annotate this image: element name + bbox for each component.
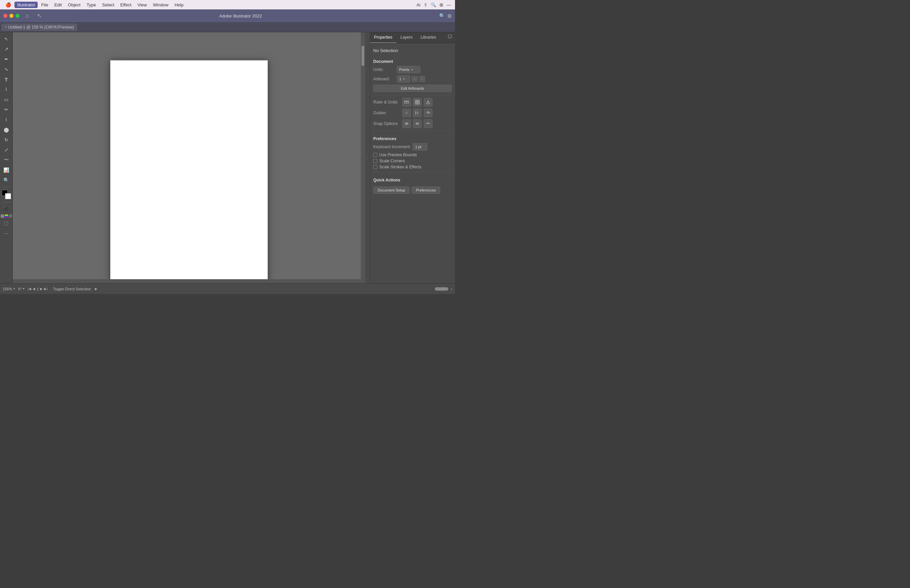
grid-icon-btn[interactable] <box>413 98 422 107</box>
clock-icon: — <box>447 2 451 7</box>
artboard-tool[interactable]: ⬚ <box>2 218 11 228</box>
artboard-last-btn[interactable]: ▶| <box>44 287 48 291</box>
menu-help[interactable]: Help <box>172 2 186 8</box>
scale-strokes-checkbox[interactable] <box>373 165 377 169</box>
menu-effect[interactable]: Effect <box>118 2 134 8</box>
artboard-next-btn[interactable]: ▶ <box>40 287 43 291</box>
grid-icon[interactable]: ⊞ <box>448 13 452 18</box>
ruler-grids-label: Ruler & Grids <box>373 100 400 105</box>
zoom-tool[interactable]: 🔍 <box>2 175 11 185</box>
artboard-value: 1 <box>399 77 401 81</box>
artboard-first-btn[interactable]: |◀ <box>28 287 32 291</box>
menu-view[interactable]: View <box>135 2 150 8</box>
curvature-tool[interactable]: ∿ <box>2 65 11 74</box>
menu-bar-right: Ai ⇧ 🔍 ⊞ — <box>416 2 452 7</box>
menu-file[interactable]: File <box>38 2 51 8</box>
toggle-arrow[interactable]: ▶ <box>95 287 97 291</box>
search-menubar-icon[interactable]: 🔍 <box>431 2 436 7</box>
guides-icon-btn-3[interactable] <box>424 108 432 117</box>
control-center-icon[interactable]: ⊞ <box>440 2 443 7</box>
divider-1 <box>373 95 452 95</box>
minimize-window-btn[interactable] <box>10 14 13 18</box>
menu-window[interactable]: Window <box>150 2 171 8</box>
warp-tool[interactable]: 〜 <box>2 155 11 165</box>
zoom-value: 156% <box>3 287 12 291</box>
selection-tool[interactable]: ↖ <box>2 34 11 44</box>
artboard-select[interactable]: 1 ▼ <box>397 75 410 82</box>
canvas-area[interactable] <box>13 32 365 283</box>
artboard-next-btn[interactable]: › <box>419 76 425 82</box>
artboard-prev-btn[interactable]: ‹ <box>411 76 418 82</box>
units-select[interactable]: Points ▼ <box>397 66 420 73</box>
snap-icon-btn-3[interactable] <box>424 119 432 128</box>
close-window-btn[interactable] <box>3 14 7 18</box>
more-tools[interactable]: ··· <box>2 228 11 238</box>
artboard-prev-btn[interactable]: ◀ <box>32 287 35 291</box>
preferences-section-title: Preferences <box>373 134 452 143</box>
menu-edit[interactable]: Edit <box>52 2 64 8</box>
zoom-dropdown-arrow[interactable]: ▼ <box>13 287 15 290</box>
keyboard-increment-input[interactable] <box>413 143 427 150</box>
scale-corners-row: Scale Corners <box>373 158 452 163</box>
scale-tool[interactable]: ⤢ <box>2 145 11 155</box>
rotate-tool[interactable]: ↻ <box>2 135 11 144</box>
direct-selection-tool[interactable]: ↗ <box>2 44 11 54</box>
gradient-mode-btn[interactable] <box>5 214 8 218</box>
brush-tool[interactable]: ⌇ <box>2 115 11 124</box>
tab-properties[interactable]: Properties <box>370 32 397 43</box>
pen-tool[interactable]: ✒ <box>2 55 11 64</box>
apple-menu[interactable]: 🍎 <box>3 2 14 7</box>
tab-libraries[interactable]: Libraries <box>417 32 440 43</box>
menu-select[interactable]: Select <box>100 2 117 8</box>
perspective-grid-btn[interactable] <box>424 98 432 107</box>
color-swatches[interactable] <box>2 190 11 199</box>
document-setup-btn[interactable]: Document Setup <box>373 186 410 194</box>
menu-object[interactable]: Object <box>65 2 83 8</box>
rect-tool[interactable]: ▭ <box>2 95 11 104</box>
vertical-scrollbar[interactable] <box>361 32 365 283</box>
scale-corners-checkbox[interactable] <box>373 159 377 163</box>
color-mode-btn[interactable] <box>1 214 4 218</box>
edit-artboards-wrapper: Edit Artboards <box>373 85 452 92</box>
edit-artboards-btn[interactable]: Edit Artboards <box>373 85 452 92</box>
guides-icon-btn-1[interactable] <box>402 108 411 117</box>
guides-icon-btn-2[interactable] <box>413 108 422 117</box>
scroll-thumb-area[interactable] <box>435 287 448 291</box>
horizontal-scrollbar[interactable] <box>13 279 365 283</box>
no-selection-label: No Selection <box>373 47 452 57</box>
type-tool[interactable]: T <box>2 74 11 84</box>
paint-tool[interactable]: ✏ <box>2 105 11 114</box>
snap-options-label: Snap Options <box>373 121 400 126</box>
use-preview-bounds-checkbox[interactable] <box>373 153 377 157</box>
menu-illustrator[interactable]: Illustrator <box>15 2 38 8</box>
panel-content: No Selection Document Units: Points ▼ Ar… <box>370 44 455 283</box>
scale-strokes-row: Scale Strokes & Effects <box>373 165 452 170</box>
h-scroll-thumb[interactable] <box>435 287 448 291</box>
panel-comment-icon[interactable] <box>445 32 455 43</box>
arrange-tool[interactable]: ⬛ <box>2 204 11 214</box>
ruler-icon-btn[interactable] <box>402 98 411 107</box>
graph-tool[interactable]: 📊 <box>2 165 11 175</box>
status-expand-btn[interactable]: › <box>451 287 452 291</box>
angle-dropdown-arrow[interactable]: ▼ <box>23 287 25 290</box>
document-tab[interactable]: × Untitled-1 @ 156 % (CMYK/Preview) <box>2 24 77 31</box>
v-scrollbar-thumb[interactable] <box>361 46 364 66</box>
tab-close-icon[interactable]: × <box>5 25 7 29</box>
preferences-btn[interactable]: Preferences <box>411 186 440 194</box>
home-icon[interactable]: ⌂ <box>26 13 29 19</box>
maximize-window-btn[interactable] <box>15 14 19 18</box>
select-tool-icon[interactable]: ↖ <box>37 12 42 19</box>
snap-icon-btn-2[interactable] <box>413 119 422 128</box>
search-toolbar-icon[interactable]: 🔍 <box>439 13 445 18</box>
guides-label: Guides <box>373 111 400 115</box>
stroke-swatch[interactable] <box>5 193 11 199</box>
tab-layers[interactable]: Layers <box>397 32 417 43</box>
snap-icon-btn-1[interactable] <box>402 119 411 128</box>
color-mode-row <box>1 214 12 218</box>
blob-brush-tool[interactable]: ⬤ <box>2 125 11 134</box>
touch-tool[interactable]: ⌇ <box>2 85 11 94</box>
pattern-mode-btn[interactable] <box>9 214 12 218</box>
menu-type[interactable]: Type <box>84 2 99 8</box>
wifi-icon: ⇧ <box>424 2 427 7</box>
panel-collapse-btn[interactable]: ‹ <box>365 32 369 283</box>
